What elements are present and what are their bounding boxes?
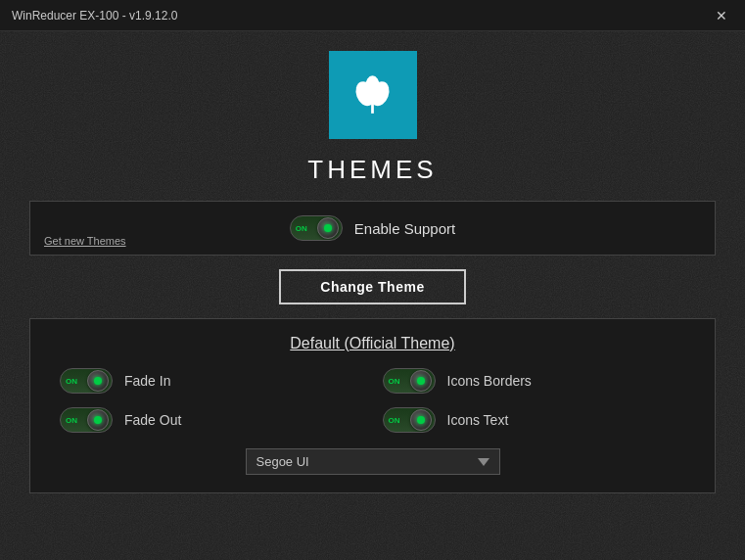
fade-in-label: Fade In (124, 373, 170, 389)
icons-text-knob-inner (417, 416, 425, 424)
fade-out-on-label: ON (66, 416, 77, 425)
toggle-option-icons-borders: ON Icons Borders (383, 368, 686, 394)
change-theme-button[interactable]: Change Theme (279, 269, 465, 304)
icons-text-label: Icons Text (447, 412, 509, 428)
enable-support-toggle[interactable]: ON (290, 215, 343, 241)
icons-text-track: ON (383, 407, 436, 433)
font-dropdown[interactable]: Segoe UI Arial Verdana Tahoma Calibri (246, 448, 500, 475)
fade-out-knob-inner (94, 416, 102, 424)
toggle-track: ON (290, 215, 343, 241)
toggle-options-grid: ON Fade In ON (60, 368, 685, 433)
fade-in-track: ON (60, 368, 113, 394)
get-new-themes-link[interactable]: Get new Themes (44, 235, 126, 247)
fade-in-on-label: ON (66, 377, 77, 386)
icons-borders-knob (410, 370, 432, 392)
enable-support-panel: ON Enable Support Get new Themes (29, 201, 716, 256)
icons-borders-toggle[interactable]: ON (383, 368, 436, 394)
icons-text-knob (410, 409, 432, 431)
close-button[interactable]: ✕ (710, 6, 733, 25)
svg-point-2 (365, 75, 380, 97)
fade-in-toggle[interactable]: ON (60, 368, 113, 394)
toggle-knob-inner (324, 224, 332, 232)
fade-in-knob (87, 370, 109, 392)
icons-text-toggle[interactable]: ON (383, 407, 436, 433)
toggle-on-label: ON (296, 224, 307, 233)
icons-text-on-label: ON (389, 416, 400, 425)
logo-icon (346, 69, 399, 122)
page-title: THEMES (307, 155, 437, 185)
toggle-option-fade-in: ON Fade In (60, 368, 363, 394)
fade-out-track: ON (60, 407, 113, 433)
fade-out-toggle[interactable]: ON (60, 407, 113, 433)
icons-borders-label: Icons Borders (447, 373, 532, 389)
toggle-knob (317, 217, 339, 239)
fade-out-label: Fade Out (124, 412, 181, 428)
app-logo (329, 51, 417, 139)
enable-support-row: ON Enable Support (290, 215, 455, 241)
icons-borders-track: ON (383, 368, 436, 394)
icons-borders-knob-inner (417, 377, 425, 385)
theme-panel: Default (Official Theme) ON Fade In (29, 318, 716, 493)
fade-out-knob (87, 409, 109, 431)
enable-support-label: Enable Support (354, 220, 455, 237)
theme-panel-title: Default (Official Theme) (60, 335, 685, 352)
window-title: WinReducer EX-100 - v1.9.12.0 (12, 9, 177, 23)
fade-in-knob-inner (94, 377, 102, 385)
icons-borders-on-label: ON (389, 377, 400, 386)
title-bar: WinReducer EX-100 - v1.9.12.0 ✕ (0, 0, 745, 31)
toggle-option-icons-text: ON Icons Text (383, 407, 686, 433)
toggle-option-fade-out: ON Fade Out (60, 407, 363, 433)
main-content: THEMES ON Enable Support Get new Themes … (0, 31, 745, 513)
font-dropdown-container: Segoe UI Arial Verdana Tahoma Calibri (60, 448, 685, 475)
